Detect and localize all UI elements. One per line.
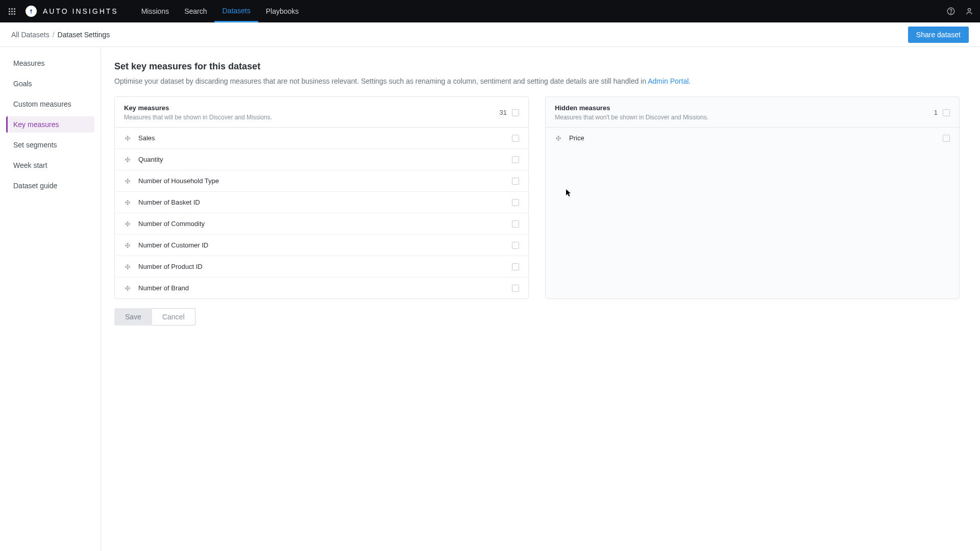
help-icon[interactable] [946, 7, 955, 16]
sidebar-item-measures[interactable]: Measures [6, 55, 94, 71]
measure-checkbox[interactable] [512, 220, 519, 228]
drag-handle-icon[interactable] [124, 156, 131, 163]
breadcrumb-parent[interactable]: All Datasets [11, 31, 50, 39]
svg-point-3 [968, 8, 970, 11]
measure-checkbox[interactable] [512, 199, 519, 206]
page-description: Optimise your dataset by discarding meas… [114, 77, 960, 85]
svg-point-2 [950, 13, 951, 13]
nav-datasets[interactable]: Datasets [214, 0, 258, 22]
measure-row[interactable]: Number of Basket ID [115, 192, 528, 213]
nav-missions[interactable]: Missions [134, 0, 177, 22]
key-panel-header: Key measures Measures that will be shown… [115, 97, 528, 128]
nav-search[interactable]: Search [177, 0, 214, 22]
brand-name: AUTO INSIGHTS [43, 7, 118, 15]
key-measure-list[interactable]: SalesQuantityNumber of Household TypeNum… [115, 128, 528, 298]
hidden-panel-title: Hidden measures [555, 104, 934, 112]
drag-handle-icon[interactable] [124, 220, 131, 228]
sidebar-item-key-measures[interactable]: Key measures [6, 116, 94, 133]
sidebar-item-custom-measures[interactable]: Custom measures [6, 96, 94, 112]
measure-checkbox[interactable] [943, 135, 950, 142]
sidebar-item-set-segments[interactable]: Set segments [6, 137, 94, 153]
drag-handle-icon[interactable] [124, 199, 131, 206]
content: Set key measures for this dataset Optimi… [101, 47, 980, 551]
drag-handle-icon[interactable] [124, 178, 131, 185]
sidebar-item-dataset-guide[interactable]: Dataset guide [6, 178, 94, 194]
drag-handle-icon[interactable] [555, 135, 562, 142]
measure-row[interactable]: Number of Household Type [115, 170, 528, 192]
measure-row[interactable]: Number of Commodity [115, 213, 528, 235]
measure-row[interactable]: Number of Product ID [115, 256, 528, 278]
measure-panels: Key measures Measures that will be shown… [114, 96, 960, 299]
nav-playbooks[interactable]: Playbooks [258, 0, 307, 22]
measure-checkbox[interactable] [512, 135, 519, 142]
measure-label: Price [569, 134, 943, 142]
breadcrumb: All Datasets / Dataset Settings [11, 31, 110, 39]
drag-handle-icon[interactable] [124, 242, 131, 249]
hidden-select-all-checkbox[interactable] [943, 109, 950, 116]
share-dataset-button[interactable]: Share dataset [908, 27, 969, 43]
measure-label: Number of Commodity [138, 220, 512, 228]
measure-label: Number of Customer ID [138, 241, 512, 249]
drag-handle-icon[interactable] [124, 285, 131, 292]
hidden-panel-count: 1 [934, 109, 938, 116]
user-icon[interactable] [965, 7, 974, 16]
measure-checkbox[interactable] [512, 178, 519, 185]
measure-label: Number of Basket ID [138, 198, 512, 206]
measure-row[interactable]: Number of Customer ID [115, 235, 528, 256]
key-measures-panel: Key measures Measures that will be shown… [114, 96, 529, 299]
page-title: Set key measures for this dataset [114, 61, 960, 72]
key-panel-subtitle: Measures that will be shown in Discover … [124, 114, 500, 121]
measure-label: Quantity [138, 156, 512, 163]
brand-mark-icon [26, 6, 37, 17]
measure-label: Sales [138, 134, 512, 142]
hidden-panel-header: Hidden measures Measures that won't be s… [546, 97, 959, 128]
breadcrumb-separator: / [53, 31, 55, 39]
subheader: All Datasets / Dataset Settings Share da… [0, 22, 980, 47]
measure-row[interactable]: Number of Brand [115, 278, 528, 298]
save-button[interactable]: Save [114, 308, 152, 325]
key-panel-count: 31 [500, 109, 507, 116]
hidden-panel-subtitle: Measures that won't be shown in Discover… [555, 114, 934, 121]
sidebar-item-week-start[interactable]: Week start [6, 157, 94, 173]
measure-row[interactable]: Quantity [115, 149, 528, 170]
sidebar-item-goals[interactable]: Goals [6, 76, 94, 92]
breadcrumb-current: Dataset Settings [58, 31, 110, 39]
hidden-measure-list[interactable]: Price [546, 128, 959, 298]
page-desc-text: Optimise your dataset by discarding meas… [114, 77, 648, 85]
measure-label: Number of Household Type [138, 177, 512, 185]
top-navbar: AUTO INSIGHTS Missions Search Datasets P… [0, 0, 980, 22]
main-area: Measures Goals Custom measures Key measu… [0, 47, 980, 551]
app-launcher-icon[interactable] [6, 6, 17, 17]
drag-handle-icon[interactable] [124, 263, 131, 270]
key-select-all-checkbox[interactable] [512, 109, 519, 116]
action-bar: Save Cancel [114, 308, 960, 325]
measure-row[interactable]: Sales [115, 128, 528, 149]
measure-label: Number of Brand [138, 284, 512, 292]
settings-sidebar: Measures Goals Custom measures Key measu… [0, 47, 101, 551]
main-nav: Missions Search Datasets Playbooks [134, 0, 307, 22]
hidden-measures-panel: Hidden measures Measures that won't be s… [545, 96, 960, 299]
measure-checkbox[interactable] [512, 156, 519, 163]
admin-portal-link[interactable]: Admin Portal. [648, 77, 691, 85]
cancel-button[interactable]: Cancel [152, 308, 195, 325]
measure-checkbox[interactable] [512, 285, 519, 292]
key-panel-title: Key measures [124, 104, 500, 112]
measure-checkbox[interactable] [512, 242, 519, 249]
svg-point-0 [30, 10, 32, 12]
measure-label: Number of Product ID [138, 263, 512, 270]
drag-handle-icon[interactable] [124, 135, 131, 142]
measure-row[interactable]: Price [546, 128, 959, 148]
measure-checkbox[interactable] [512, 263, 519, 270]
